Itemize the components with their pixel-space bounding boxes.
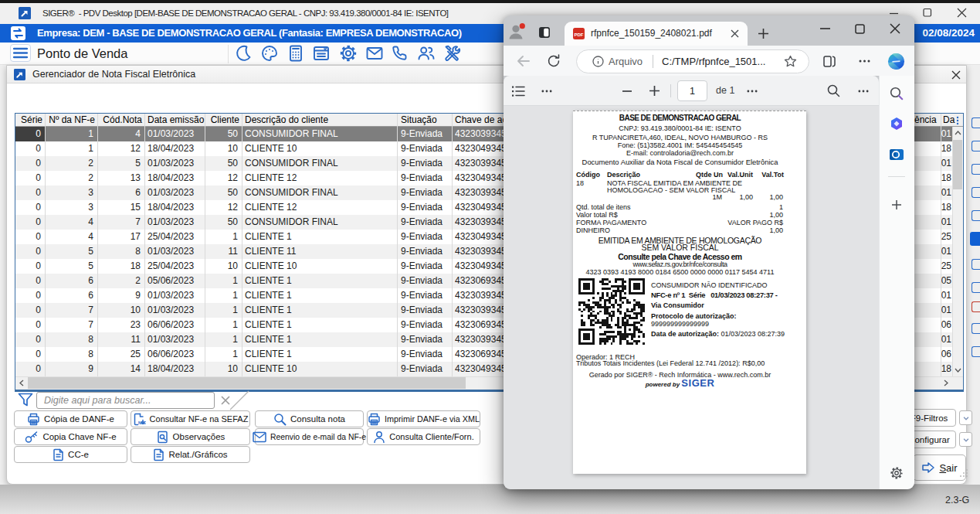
svg-text:PDF: PDF	[575, 32, 584, 37]
svg-text:NFE: NFE	[138, 420, 146, 425]
